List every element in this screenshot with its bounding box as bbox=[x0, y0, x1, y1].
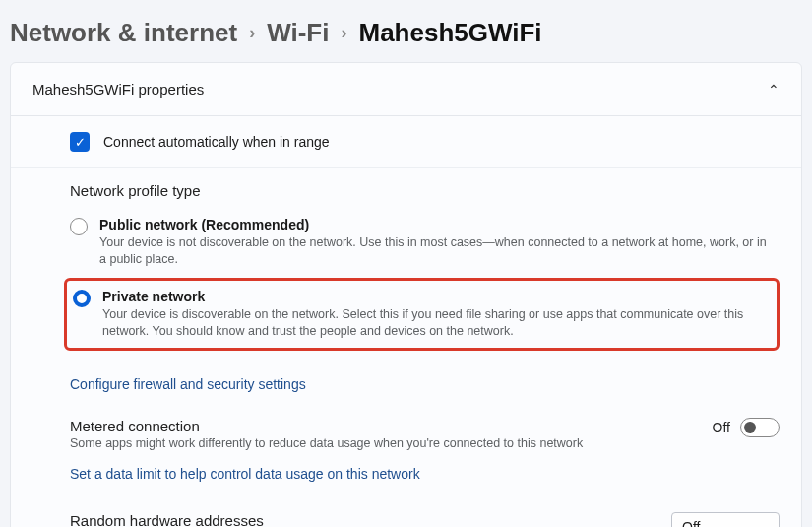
panel-header[interactable]: Mahesh5GWiFi properties ⌃ bbox=[11, 63, 801, 116]
public-network-desc: Your device is not discoverable on the n… bbox=[99, 234, 770, 268]
metered-state-label: Off bbox=[713, 420, 730, 435]
auto-connect-row: ✓ Connect automatically when in range bbox=[11, 116, 801, 168]
breadcrumb-network[interactable]: Network & internet bbox=[10, 18, 237, 48]
metered-title: Metered connection bbox=[70, 418, 583, 434]
private-network-radio[interactable] bbox=[73, 290, 91, 307]
auto-connect-label: Connect automatically when in range bbox=[103, 134, 330, 150]
private-network-label: Private network bbox=[102, 289, 767, 304]
random-hw-value: Off bbox=[682, 519, 700, 528]
panel-body: ✓ Connect automatically when in range Ne… bbox=[11, 116, 801, 527]
public-network-label: Public network (Recommended) bbox=[99, 217, 770, 232]
profile-type-section: Network profile type Public network (Rec… bbox=[11, 168, 801, 364]
properties-panel: Mahesh5GWiFi properties ⌃ ✓ Connect auto… bbox=[10, 62, 802, 527]
breadcrumb: Network & internet › Wi-Fi › Mahesh5GWiF… bbox=[0, 0, 812, 62]
random-hw-select[interactable]: Off ⌄ bbox=[671, 512, 780, 528]
metered-desc: Some apps might work differently to redu… bbox=[70, 436, 583, 450]
chevron-right-icon: › bbox=[341, 23, 346, 43]
breadcrumb-current: Mahesh5GWiFi bbox=[358, 18, 541, 48]
chevron-down-icon: ⌄ bbox=[759, 520, 769, 528]
breadcrumb-wifi[interactable]: Wi-Fi bbox=[267, 18, 329, 48]
private-network-option[interactable]: Private network Your device is discovera… bbox=[64, 278, 780, 351]
public-network-option[interactable]: Public network (Recommended) Your device… bbox=[70, 211, 780, 274]
random-hw-title: Random hardware addresses bbox=[70, 512, 621, 528]
random-hw-row: Random hardware addresses Help protect y… bbox=[11, 494, 801, 528]
metered-toggle[interactable] bbox=[740, 418, 780, 437]
chevron-right-icon: › bbox=[249, 23, 255, 43]
data-limit-link[interactable]: Set a data limit to help control data us… bbox=[11, 454, 801, 494]
metered-toggle-wrap: Off bbox=[713, 418, 780, 437]
profile-type-heading: Network profile type bbox=[70, 182, 780, 199]
private-network-desc: Your device is discoverable on the netwo… bbox=[102, 306, 767, 340]
metered-connection-row: Metered connection Some apps might work … bbox=[11, 404, 801, 454]
chevron-up-icon: ⌃ bbox=[768, 82, 780, 98]
public-network-radio[interactable] bbox=[70, 218, 88, 235]
firewall-settings-link[interactable]: Configure firewall and security settings bbox=[11, 364, 801, 404]
check-icon: ✓ bbox=[75, 135, 86, 150]
auto-connect-checkbox[interactable]: ✓ bbox=[70, 132, 90, 152]
panel-title: Mahesh5GWiFi properties bbox=[32, 81, 204, 98]
